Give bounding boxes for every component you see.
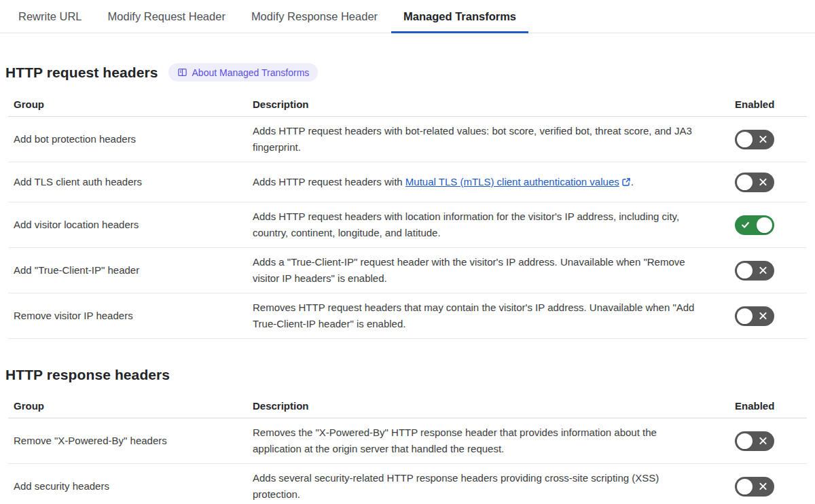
description-cell: Adds a "True-Client-IP" request header w… [247,248,729,293]
toggle-knob [757,217,772,233]
toggle-remove-visitor-ip-headers[interactable] [735,306,774,326]
group-cell: Add TLS client auth headers [8,162,247,202]
request-headers-section: HTTP request headers About Managed Trans… [0,63,815,339]
toggle-knob [737,433,753,449]
group-cell: Remove "X-Powered-By" headers [8,418,247,464]
column-header-group: Group [8,94,247,117]
response-headers-section: HTTP response headers Group Description … [0,367,815,504]
column-header-description: Description [247,396,729,418]
toggle-knob [737,175,753,190]
enabled-cell [729,117,807,162]
column-header-enabled: Enabled [729,396,807,418]
request-headers-table: Group Description Enabled Add bot protec… [8,94,807,339]
column-header-enabled: Enabled [729,94,807,117]
tab-modify-request-header[interactable]: Modify Request Header [96,0,238,33]
table-row: Remove visitor IP headers Removes HTTP r… [8,293,807,339]
tab-rewrite-url[interactable]: Rewrite URL [6,0,94,33]
toggle-add-bot-protection-headers[interactable] [735,130,774,149]
description-cell: Adds HTTP request headers with Mutual TL… [247,162,729,202]
tab-bar: Rewrite URL Modify Request Header Modify… [0,0,815,33]
book-icon [177,67,187,77]
toggle-remove-x-powered-by-headers[interactable] [735,431,774,451]
enabled-cell [729,202,807,248]
description-text: Adds HTTP request headers with [253,176,405,187]
table-row: Add "True-Client-IP" header Adds a "True… [8,248,807,293]
description-text: . [631,176,634,187]
external-link-icon [621,177,631,187]
enabled-cell [729,248,807,293]
response-section-title: HTTP response headers [5,367,170,383]
x-icon [759,135,767,144]
table-row: Add bot protection headers Adds HTTP req… [8,117,807,162]
table-row: Add TLS client auth headers Adds HTTP re… [8,162,807,202]
enabled-cell [729,418,807,464]
description-cell: Removes HTTP request headers that may co… [247,293,729,339]
description-cell: Adds several security-related HTTP respo… [247,464,729,504]
x-icon [759,312,767,321]
group-cell: Remove visitor IP headers [8,293,247,339]
group-cell: Add security headers [8,464,247,504]
group-cell: Add bot protection headers [8,117,247,162]
toggle-knob [737,132,753,147]
table-row: Add security headers Adds several securi… [8,464,807,504]
toggle-add-visitor-location-headers[interactable] [735,215,774,235]
tab-managed-transforms[interactable]: Managed Transforms [391,0,528,33]
toggle-add-tls-client-auth-headers[interactable] [735,173,774,192]
toggle-knob [737,263,753,278]
request-section-title: HTTP request headers [5,65,158,81]
enabled-cell [729,464,807,504]
group-cell: Add "True-Client-IP" header [8,248,247,293]
x-icon [759,482,767,491]
toggle-add-security-headers[interactable] [735,477,774,497]
toggle-knob [737,479,753,494]
description-cell: Adds HTTP request headers with location … [247,202,729,248]
table-row: Add visitor location headers Adds HTTP r… [8,202,807,248]
column-header-group: Group [8,396,247,418]
toggle-knob [737,308,753,324]
enabled-cell [729,293,807,339]
badge-label: About Managed Transforms [192,68,310,77]
mtls-docs-link[interactable]: Mutual TLS (mTLS) client authentication … [405,176,631,187]
x-icon [759,437,767,446]
column-header-description: Description [247,94,729,117]
description-cell: Adds HTTP request headers with bot-relat… [247,117,729,162]
toggle-add-true-client-ip-header[interactable] [735,261,774,281]
x-icon [759,178,767,187]
about-managed-transforms-link[interactable]: About Managed Transforms [168,63,319,82]
x-icon [759,266,767,275]
description-cell: Removes the "X-Powered-By" HTTP response… [247,418,729,464]
check-icon [741,221,750,230]
group-cell: Add visitor location headers [8,202,247,248]
response-headers-table: Group Description Enabled Remove "X-Powe… [8,396,807,504]
table-row: Remove "X-Powered-By" headers Removes th… [8,418,807,464]
enabled-cell [729,162,807,202]
tab-modify-response-header[interactable]: Modify Response Header [239,0,390,33]
